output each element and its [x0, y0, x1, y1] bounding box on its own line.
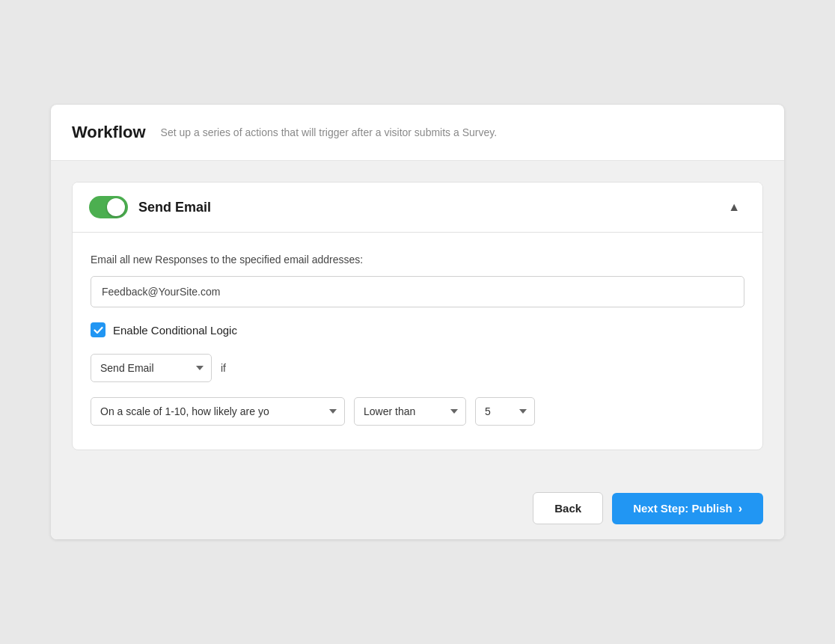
- if-label: if: [221, 362, 226, 374]
- workflow-card: Workflow Set up a series of actions that…: [51, 105, 784, 539]
- workflow-header: Workflow Set up a series of actions that…: [51, 105, 784, 161]
- conditional-action-row: Send Email Do Not Send Email if: [91, 354, 744, 382]
- action-card: Send Email ▲ Email all new Responses to …: [72, 182, 763, 450]
- page-title: Workflow: [72, 123, 146, 142]
- collapse-icon: ▲: [728, 200, 740, 214]
- action-toggle[interactable]: [89, 196, 128, 218]
- header-description: Set up a series of actions that will tri…: [161, 126, 497, 138]
- main-content: Send Email ▲ Email all new Responses to …: [51, 161, 784, 477]
- footer: Back Next Step: Publish ›: [51, 477, 784, 539]
- action-header-left: Send Email: [89, 196, 211, 218]
- back-button[interactable]: Back: [533, 492, 603, 524]
- checkmark-icon: [94, 325, 103, 335]
- checkbox-label: Enable Conditional Logic: [113, 324, 237, 337]
- chevron-right-icon: ›: [738, 502, 742, 515]
- enable-conditional-checkbox[interactable]: [91, 322, 105, 337]
- value-select[interactable]: 1 2 3 4 5 6 7 8 9 10: [475, 397, 535, 426]
- question-select[interactable]: On a scale of 1-10, how likely are yo An…: [91, 397, 345, 426]
- back-label: Back: [554, 502, 581, 515]
- conditional-logic-row: Enable Conditional Logic: [91, 322, 744, 337]
- next-button[interactable]: Next Step: Publish ›: [612, 493, 763, 524]
- action-select[interactable]: Send Email Do Not Send Email: [91, 354, 212, 382]
- action-body: Email all new Responses to the specified…: [73, 233, 762, 450]
- email-input[interactable]: [91, 276, 744, 307]
- condition-row: On a scale of 1-10, how likely are yo An…: [91, 397, 744, 426]
- action-title: Send Email: [138, 200, 211, 215]
- action-header: Send Email ▲: [73, 183, 762, 233]
- section-label: Email all new Responses to the specified…: [91, 254, 744, 266]
- next-label: Next Step: Publish: [633, 502, 732, 515]
- toggle-slider: [89, 196, 128, 218]
- condition-select[interactable]: Lower than Greater than Equal to: [354, 397, 466, 426]
- collapse-button[interactable]: ▲: [722, 197, 746, 217]
